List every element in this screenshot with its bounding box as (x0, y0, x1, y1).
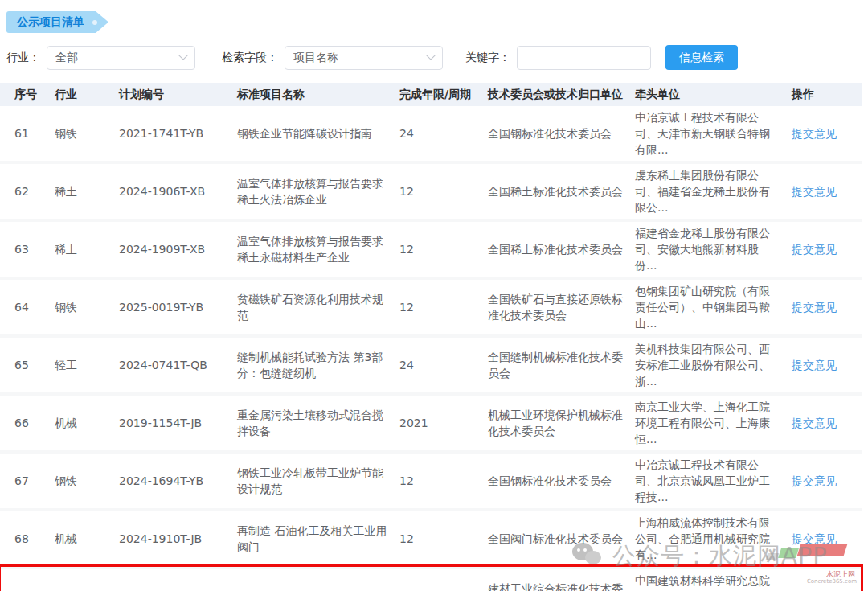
cell-period: 12 (399, 180, 488, 203)
cell-project-name: 再制造 石油化工及相关工业用阀门 (237, 519, 399, 558)
cell-committee: 全国钢标准化技术委员会 (488, 470, 635, 492)
page-title-tag: 公示项目清单 (6, 11, 108, 33)
cell-project-name: 水泥制品养护固碳技术条件 (237, 585, 399, 591)
industry-label: 行业： (6, 51, 40, 65)
cell-project-name: 钢铁企业节能降碳设计指南 (237, 122, 399, 145)
table-row: 67 钢铁 2024-1694T-YB 钢铁工业冷轧板带工业炉节能设计规范 12… (0, 450, 862, 508)
cell-seq: 64 (14, 296, 55, 318)
cell-industry: 建材 (55, 585, 119, 591)
cell-industry: 机械 (55, 412, 119, 434)
cell-project-name: 温室气体排放核算与报告要求 稀土永磁材料生产企业 (237, 230, 399, 269)
cell-period: 24 (399, 122, 488, 145)
keyword-label: 关键字： (465, 51, 510, 65)
keyword-input[interactable] (526, 51, 642, 64)
submit-opinion-link[interactable]: 提交意见 (792, 417, 837, 429)
table-row: 64 钢铁 2025-0019T-YB 贫磁铁矿石资源化利用技术规范 12 全国… (0, 277, 862, 334)
cell-committee: 全国缝制机械标准化技术委员会 (488, 346, 635, 384)
table-row: 68 机械 2024-1910T-JB 再制造 石油化工及相关工业用阀门 12 … (0, 508, 862, 566)
col-header-lead-unit: 牵头单位 (635, 88, 792, 102)
cell-lead-unit: 包钢集团矿山研究院（有限责任公司）、中钢集团马鞍山... (635, 280, 792, 334)
cell-project-name: 温室气体排放核算与报告要求 稀土火法冶炼企业 (237, 172, 399, 211)
col-header-committee: 技术委员会或技术归口单位 (488, 88, 635, 102)
cell-plan-no: 2024-1909T-XB (119, 238, 237, 261)
cell-seq: 66 (14, 412, 55, 434)
table-body: 61 钢铁 2021-1741T-YB 钢铁企业节能降碳设计指南 24 全国钢标… (0, 106, 862, 591)
col-header-period: 完成年限/周期 (399, 88, 488, 102)
submit-opinion-link[interactable]: 提交意见 (792, 243, 837, 256)
table-row: 63 稀土 2024-1909T-XB 温室气体排放核算与报告要求 稀土永磁材料… (0, 219, 862, 277)
search-field-label: 检索字段： (222, 51, 278, 65)
cell-lead-unit: 美机科技集团有限公司、西安标准工业股份有限公司、浙... (635, 338, 792, 392)
col-header-industry: 行业 (55, 88, 119, 102)
cell-plan-no: 2019-1154T-JB (119, 412, 237, 434)
cell-seq: 65 (14, 354, 55, 376)
cell-plan-no: 2025-0019T-YB (119, 296, 237, 318)
cell-committee: 机械工业环境保护机械标准化技术委员会 (488, 404, 635, 442)
cell-seq: 63 (14, 238, 55, 261)
cell-lead-unit: 福建省金龙稀土股份有限公司、安徽大地熊新材料股份... (635, 222, 792, 277)
industry-select[interactable]: 全部 (47, 46, 195, 70)
cell-seq: 62 (14, 180, 55, 203)
filter-bar: 行业： 全部 检索字段： 项目名称 关键字： 信息检索 (6, 45, 862, 70)
cell-plan-no: 2024-1694T-YB (119, 470, 237, 492)
cell-lead-unit: 中冶京诚工程技术有限公司、天津市新天钢联合特钢有限... (635, 106, 792, 161)
cell-period: 12 (399, 296, 488, 318)
col-header-plan-no: 计划编号 (119, 88, 237, 102)
submit-opinion-link[interactable]: 提交意见 (792, 185, 837, 198)
cell-seq: 68 (14, 527, 55, 550)
page-title: 公示项目清单 (17, 15, 84, 28)
cell-period: 2021 (399, 412, 488, 434)
table-row: 66 机械 2019-1154T-JB 重金属污染土壤移动式混合搅拌设备 202… (0, 392, 862, 450)
cell-project-name: 贫磁铁矿石资源化利用技术规范 (237, 288, 399, 326)
cell-plan-no: 2024-1910T-JB (119, 527, 237, 550)
cell-period: 12 (399, 527, 488, 550)
col-header-project-name: 标准项目名称 (237, 88, 399, 102)
keyword-input-wrapper (517, 46, 651, 70)
cell-lead-unit: 中国建筑材料科学研究总院有限公司、苏州混凝土水泥制... (635, 569, 792, 591)
submit-opinion-link[interactable]: 提交意见 (792, 127, 837, 140)
cell-plan-no: 2021-1787T-JC (119, 585, 237, 591)
cell-seq: 69 (14, 585, 55, 591)
cell-period: 12 (399, 470, 488, 492)
public-project-list-page: 公示项目清单 行业： 全部 检索字段： 项目名称 关键字： 信息检索 序号 行业… (0, 0, 868, 591)
cell-committee: 全国稀土标准化技术委员会 (488, 238, 635, 261)
cell-committee: 全国钢标准化技术委员会 (488, 122, 635, 145)
cell-action: 提交意见 (792, 470, 862, 492)
col-header-seq: 序号 (14, 88, 55, 102)
chevron-down-icon (426, 51, 435, 60)
cell-committee: 建材工业综合标准化技术委员会 (488, 577, 635, 591)
cell-action: 提交意见 (792, 585, 862, 591)
cell-lead-unit: 中冶京诚工程技术有限公司、北京京诚凤凰工业炉工程技... (635, 454, 792, 508)
cell-industry: 稀土 (55, 180, 119, 203)
cell-industry: 钢铁 (55, 470, 119, 492)
cell-industry: 稀土 (55, 238, 119, 261)
tag-dot-icon (92, 20, 97, 25)
cell-committee: 全国稀土标准化技术委员会 (488, 180, 635, 203)
cell-plan-no: 2024-1906T-XB (119, 180, 237, 203)
cell-industry: 钢铁 (55, 296, 119, 318)
cell-project-name: 重金属污染土壤移动式混合搅拌设备 (237, 404, 399, 442)
cell-period: 24 (399, 585, 488, 591)
table-row: 65 轻工 2024-0741T-QB 缝制机械能耗试验方法 第3部分：包缝缝纫… (0, 334, 862, 392)
cell-project-name: 钢铁工业冷轧板带工业炉节能设计规范 (237, 462, 399, 500)
submit-opinion-link[interactable]: 提交意见 (792, 301, 837, 314)
submit-opinion-link[interactable]: 提交意见 (792, 359, 837, 371)
chevron-down-icon (178, 51, 187, 60)
cell-action: 提交意见 (792, 412, 862, 434)
search-field-select-value: 项目名称 (293, 51, 338, 65)
search-button[interactable]: 信息检索 (665, 45, 738, 70)
cell-action: 提交意见 (792, 238, 862, 261)
cell-committee: 全国阀门标准化技术委员会 (488, 527, 635, 550)
cell-industry: 轻工 (55, 354, 119, 376)
cell-lead-unit: 上海柏威流体控制技术有限公司、合肥通用机械研究院有... (635, 511, 792, 566)
submit-opinion-link[interactable]: 提交意见 (792, 474, 837, 487)
cell-lead-unit: 南京工业大学、上海化工院环境工程有限公司、上海康恒... (635, 396, 792, 450)
table-row: 61 钢铁 2021-1741T-YB 钢铁企业节能降碳设计指南 24 全国钢标… (0, 106, 862, 161)
industry-select-value: 全部 (55, 51, 78, 65)
cell-seq: 67 (14, 470, 55, 492)
col-header-action: 操作 (792, 88, 862, 102)
cell-committee: 全国铁矿石与直接还原铁标准化技术委员会 (488, 288, 635, 326)
table-row: 62 稀土 2024-1906T-XB 温室气体排放核算与报告要求 稀土火法冶炼… (0, 161, 862, 219)
submit-opinion-link[interactable]: 提交意见 (792, 532, 837, 545)
search-field-select[interactable]: 项目名称 (285, 46, 443, 70)
